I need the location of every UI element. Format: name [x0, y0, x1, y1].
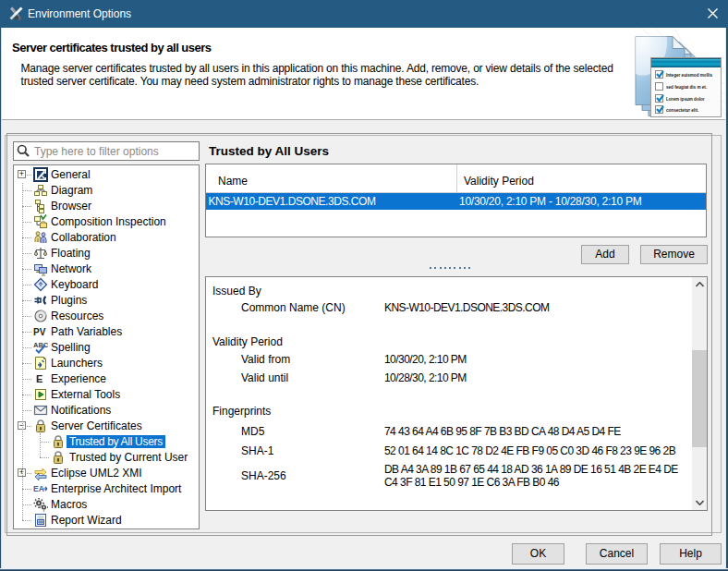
svg-text:Integer euismod mollis: Integer euismod mollis	[666, 73, 712, 78]
svg-text:Lorem ipsum dolor: Lorem ipsum dolor	[666, 97, 705, 102]
svg-text:ABC: ABC	[33, 341, 48, 349]
svg-text:consectetur elit.: consectetur elit.	[666, 108, 698, 113]
svg-text:PV: PV	[33, 327, 46, 337]
svg-text:E: E	[36, 373, 42, 384]
svg-text:sed feugiat dis m et.: sed feugiat dis m et.	[666, 85, 707, 90]
svg-text:EA: EA	[33, 484, 44, 493]
